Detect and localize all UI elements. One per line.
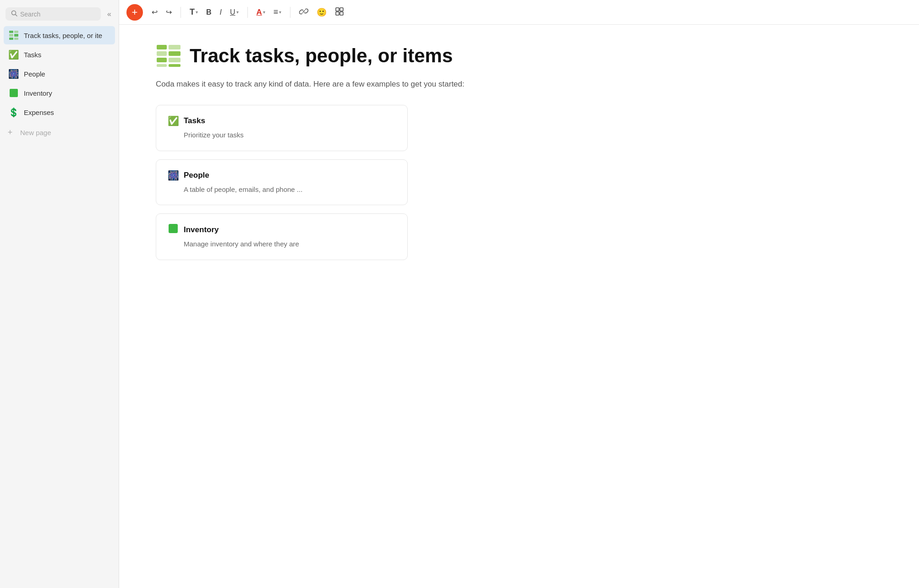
svg-rect-11 [169, 58, 181, 62]
inventory-card-title: Inventory [184, 225, 219, 234]
people-card-description: A table of people, emails, and phone ... [167, 185, 396, 195]
svg-rect-8 [157, 51, 167, 56]
align-button[interactable]: ≡ ▾ [270, 5, 285, 19]
toolbar-divider-2 [247, 7, 248, 18]
inventory-card-icon [167, 224, 179, 235]
svg-rect-13 [169, 64, 181, 67]
text-color-button[interactable]: A ▾ [253, 5, 268, 19]
tasks-card-title: Tasks [184, 116, 205, 125]
inventory-card[interactable]: Inventory Manage inventory and where the… [156, 213, 408, 260]
sidebar-item-people[interactable]: 🎆 People [4, 65, 115, 83]
card-title-row: Inventory [167, 224, 396, 235]
insert-icon [335, 7, 344, 18]
emoji-button[interactable]: 🙂 [313, 5, 330, 20]
redo-button[interactable]: ↪ [163, 5, 175, 19]
italic-icon: I [220, 8, 222, 16]
toolbar: + ↩ ↪ T ▾ B I U ▾ A ▾ [119, 0, 919, 25]
sidebar-item-label: Inventory [24, 89, 52, 97]
svg-rect-6 [157, 45, 167, 49]
svg-rect-2 [336, 8, 339, 11]
sidebar-item-tasks[interactable]: ✅ Tasks [4, 45, 115, 64]
link-button[interactable] [296, 5, 312, 20]
tasks-checkmark-icon: ✅ [8, 49, 19, 60]
card-title-row: 🎆 People [167, 170, 396, 181]
svg-rect-4 [336, 12, 339, 15]
underline-button[interactable]: U ▾ [227, 6, 242, 19]
sidebar-item-track-tasks[interactable]: Track tasks, people, or ite [4, 26, 115, 44]
text-style-button[interactable]: T ▾ [186, 5, 201, 19]
chevron-down-icon: ▾ [279, 10, 281, 15]
new-page-label: New page [20, 129, 51, 136]
search-box[interactable]: Search [5, 7, 101, 21]
sidebar: Search « Track tasks, people, or ite ✅ T… [0, 0, 119, 588]
tasks-card[interactable]: ✅ Tasks Prioritize your tasks [156, 105, 408, 151]
sidebar-item-label: Tasks [24, 51, 41, 59]
redo-icon: ↪ [166, 8, 172, 16]
tasks-card-icon: ✅ [167, 115, 179, 126]
collapse-button[interactable]: « [105, 8, 113, 20]
svg-rect-3 [340, 8, 343, 11]
undo-icon: ↩ [152, 8, 158, 16]
toolbar-divider [181, 7, 181, 18]
page-title-row: Track tasks, people, or items [156, 43, 882, 69]
chevron-down-icon: ▾ [263, 10, 265, 15]
search-placeholder-text: Search [20, 11, 40, 18]
underline-icon: U [230, 8, 235, 16]
chevron-down-icon: ▾ [196, 10, 198, 15]
sidebar-search-area: Search « [0, 5, 119, 26]
bold-icon: B [206, 8, 212, 16]
svg-rect-7 [169, 45, 181, 49]
main-content: + ↩ ↪ T ▾ B I U ▾ A ▾ [119, 0, 919, 588]
svg-rect-12 [157, 64, 167, 67]
italic-button[interactable]: I [217, 6, 225, 19]
align-icon: ≡ [274, 7, 279, 17]
text-color-icon: A [257, 8, 262, 17]
people-icon: 🎆 [8, 68, 19, 79]
card-title-row: ✅ Tasks [167, 115, 396, 126]
content-area: Track tasks, people, or items Coda makes… [119, 25, 919, 588]
new-page-item[interactable]: + New page [0, 124, 119, 141]
svg-rect-10 [157, 58, 167, 62]
link-icon [299, 7, 308, 18]
svg-line-1 [16, 15, 17, 16]
add-button[interactable]: + [126, 4, 143, 21]
insert-button[interactable] [332, 5, 347, 20]
table-icon [8, 30, 19, 41]
sidebar-item-inventory[interactable]: Inventory [4, 84, 115, 102]
tasks-card-description: Prioritize your tasks [167, 130, 396, 141]
people-card-icon: 🎆 [167, 170, 179, 181]
bold-button[interactable]: B [203, 6, 215, 19]
sidebar-item-label: Expenses [24, 109, 54, 116]
plus-icon: + [5, 128, 16, 137]
toolbar-divider-3 [290, 7, 290, 18]
page-icon [156, 43, 181, 69]
sidebar-navigation: Track tasks, people, or ite ✅ Tasks 🎆 Pe… [0, 26, 119, 122]
sidebar-item-expenses[interactable]: 💲 Expenses [4, 103, 115, 121]
svg-rect-5 [340, 12, 343, 15]
inventory-icon [8, 87, 19, 98]
people-card[interactable]: 🎆 People A table of people, emails, and … [156, 159, 408, 206]
inventory-card-description: Manage inventory and where they are [167, 239, 396, 250]
page-subtitle: Coda makes it easy to track any kind of … [156, 78, 467, 90]
sidebar-item-label: People [24, 70, 45, 78]
text-style-icon: T [190, 7, 195, 17]
cards-list: ✅ Tasks Prioritize your tasks 🎆 People A… [156, 105, 408, 260]
expenses-icon: 💲 [8, 107, 19, 118]
chevron-down-icon: ▾ [236, 10, 239, 15]
search-icon [11, 10, 17, 18]
sidebar-item-label: Track tasks, people, or ite [24, 32, 102, 39]
people-card-title: People [184, 171, 209, 180]
undo-button[interactable]: ↩ [148, 5, 161, 19]
emoji-icon: 🙂 [317, 7, 327, 17]
page-title: Track tasks, people, or items [190, 45, 453, 67]
svg-rect-9 [169, 51, 181, 56]
